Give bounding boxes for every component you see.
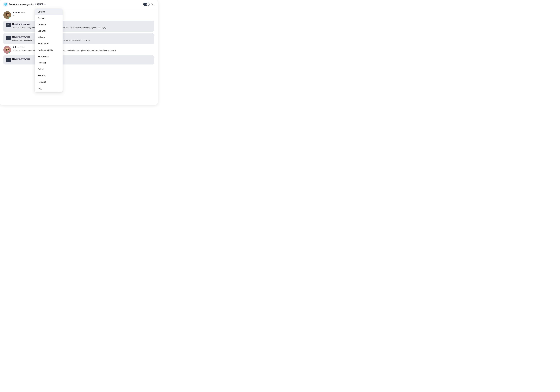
system-message-ha-1: ᴴᴬ HousingAnywhere You asked AJ to verif… <box>3 20 154 32</box>
toggle-thumb <box>147 3 149 6</box>
message-header-aj: AJ 3 months <box>13 46 154 49</box>
arturo-message-text: Hi <box>13 14 154 17</box>
ha-text-2: Update: Arturo accepted the booking. AJ … <box>12 39 151 42</box>
toggle-container: On <box>143 3 154 6</box>
arturo-online-dot <box>9 17 11 19</box>
aj-time: 3 months <box>17 46 24 48</box>
selected-language: English <box>35 3 44 5</box>
toggle-label: On <box>151 3 154 6</box>
language-option-chinese[interactable]: 中文 <box>35 85 62 92</box>
system-content-ha-2: HousingAnywhere Update: Arturo accepted … <box>12 36 151 42</box>
ha-text-1: You asked AJ to verify their identity. W… <box>12 26 151 29</box>
message-row-arturo: Arturo 2 min Hi <box>3 11 154 19</box>
aj-online-dot <box>9 52 11 53</box>
avatar-aj <box>3 46 11 54</box>
svg-text:🌐: 🌐 <box>4 3 7 6</box>
aj-name: AJ <box>13 46 16 49</box>
language-option-italiano[interactable]: Italiano <box>35 34 62 40</box>
language-option-espanol[interactable]: Español <box>35 28 62 34</box>
system-message-ha-2: ᴴᴬ HousingAnywhere Update: Arturo accept… <box>3 33 154 44</box>
ha-logo-2: ᴴᴬ <box>6 36 10 40</box>
ha-sender-3: HousingAnywhere <box>12 58 151 60</box>
svg-point-13 <box>8 49 8 50</box>
language-option-ukrainska[interactable]: Українська <box>35 53 62 60</box>
svg-text:ᴴᴬ: ᴴᴬ <box>8 59 10 61</box>
language-dropdown: English Français Deutsch Español Italian… <box>35 9 62 92</box>
translate-header: 🌐 Translate messages to English On <box>0 0 158 9</box>
message-row-aj: AJ 3 months Hi Arturo! I'm a nurse who w… <box>3 46 154 54</box>
system-message-ha-3: ᴴᴬ HousingAnywhere <box>3 55 154 64</box>
ha-logo-1: ᴴᴬ <box>6 23 10 27</box>
ha-sender-1: HousingAnywhere <box>12 23 151 25</box>
ha-logo-3: ᴴᴬ <box>6 58 10 62</box>
ha-sender-2: HousingAnywhere <box>12 36 151 38</box>
message-content-aj: AJ 3 months Hi Arturo! I'm a nurse who w… <box>13 46 154 52</box>
message-content-arturo: Arturo 2 min Hi <box>13 11 154 17</box>
system-content-ha-1: HousingAnywhere You asked AJ to verify t… <box>12 23 151 29</box>
language-option-nederlands[interactable]: Nederlands <box>35 40 62 47</box>
language-option-francais[interactable]: Français <box>35 15 62 21</box>
svg-point-5 <box>8 14 8 15</box>
language-option-romana[interactable]: Română <box>35 79 62 85</box>
language-option-english[interactable]: English <box>35 9 62 15</box>
language-option-portugues[interactable]: Português (BR) <box>35 47 62 53</box>
arturo-time: 2 min <box>21 11 25 13</box>
message-header-arturo: Arturo 2 min <box>13 11 154 14</box>
translate-toggle[interactable] <box>143 3 150 6</box>
language-option-russkiy[interactable]: Русский <box>35 60 62 66</box>
arturo-name: Arturo <box>13 11 20 14</box>
svg-text:ᴴᴬ: ᴴᴬ <box>8 37 10 39</box>
language-option-svenska[interactable]: Svenska <box>35 72 62 79</box>
language-option-polski[interactable]: Polski <box>35 66 62 72</box>
svg-point-4 <box>6 14 7 15</box>
avatar-arturo <box>3 11 11 19</box>
aj-message-text: Hi Arturo! I'm a nurse who will be movin… <box>13 49 154 52</box>
language-option-deutsch[interactable]: Deutsch <box>35 21 62 28</box>
svg-point-12 <box>6 49 7 50</box>
svg-text:ᴴᴬ: ᴴᴬ <box>8 24 10 26</box>
translate-icon: 🌐 <box>3 2 8 7</box>
system-content-ha-3: HousingAnywhere <box>12 58 151 61</box>
translate-label: Translate messages to <box>9 3 33 6</box>
chevron-up-icon <box>44 3 46 4</box>
chat-area: Arturo 2 min Hi ᴴᴬ HousingAnywhere You a… <box>0 9 158 67</box>
language-selector[interactable]: English <box>35 3 46 6</box>
